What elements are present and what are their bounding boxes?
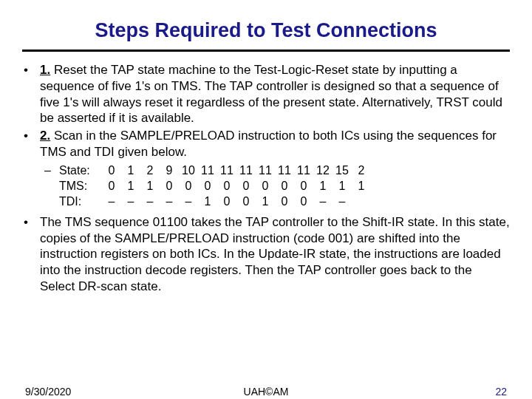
tdi-label: TDI: xyxy=(59,194,102,209)
state-cell: 11 xyxy=(275,163,294,178)
tms-cell: 0 xyxy=(179,179,198,194)
bullet-dot: • xyxy=(22,214,40,295)
slide-title: Steps Required to Test Connections xyxy=(22,15,510,50)
footer-center: UAH©AM xyxy=(0,386,532,398)
tms-cell: 1 xyxy=(352,179,371,194)
content-area: • 1. Reset the TAP state machine to the … xyxy=(22,62,510,295)
bullet-3-text: The TMS sequence 01100 takes the TAP con… xyxy=(40,214,510,295)
tms-cell: 0 xyxy=(217,179,236,194)
footer-page: 22 xyxy=(495,386,507,398)
tdi-cell: – xyxy=(332,194,352,209)
tdi-cell: 0 xyxy=(217,194,236,209)
state-cell: 2 xyxy=(140,163,160,178)
state-cell: 11 xyxy=(236,163,256,178)
tdi-cell: 1 xyxy=(198,194,217,209)
bullet-1: • 1. Reset the TAP state machine to the … xyxy=(22,62,510,126)
tms-cell: 1 xyxy=(121,179,140,194)
tdi-cell: 0 xyxy=(294,194,313,209)
tdi-cell: – xyxy=(313,194,332,209)
bullet-body: 2. Scan in the SAMPLE/PRELOAD instructio… xyxy=(40,128,510,160)
bullet-body: 1. Reset the TAP state machine to the Te… xyxy=(40,62,510,126)
tms-cell: 0 xyxy=(256,179,275,194)
bullet-dot: • xyxy=(22,62,40,126)
state-cell: 2 xyxy=(352,163,371,178)
state-label: State: xyxy=(59,163,102,178)
tdi-cell: – xyxy=(102,194,121,209)
state-cell: 11 xyxy=(294,163,313,178)
tms-cell: 0 xyxy=(294,179,313,194)
tms-cell: 0 xyxy=(102,179,121,194)
state-cell: 15 xyxy=(332,163,352,178)
tdi-cell: – xyxy=(160,194,179,209)
step-number-2: 2. xyxy=(40,129,50,143)
state-cell: 12 xyxy=(313,163,332,178)
tms-cell: 0 xyxy=(160,179,179,194)
dash-icon: – xyxy=(44,163,59,210)
state-cell: 1 xyxy=(121,163,140,178)
state-cell: 10 xyxy=(179,163,198,178)
tms-cell: 0 xyxy=(198,179,217,194)
tdi-cell: – xyxy=(121,194,140,209)
tdi-cell: 0 xyxy=(236,194,256,209)
sub-bullet-sequences: – State: 0 1 2 9 10 11 11 11 11 11 11 12… xyxy=(44,163,510,210)
tms-cell: 0 xyxy=(275,179,294,194)
state-cell: 11 xyxy=(198,163,217,178)
tdi-cell xyxy=(352,194,371,209)
sequence-table: State: 0 1 2 9 10 11 11 11 11 11 11 12 1… xyxy=(59,163,371,210)
state-cell: 11 xyxy=(217,163,236,178)
tms-cell: 1 xyxy=(332,179,352,194)
tms-cell: 0 xyxy=(236,179,256,194)
bullet-3: • The TMS sequence 01100 takes the TAP c… xyxy=(22,214,510,295)
tdi-cell: 0 xyxy=(275,194,294,209)
step-1-text: Reset the TAP state machine to the Test-… xyxy=(40,63,502,125)
bullet-dot: • xyxy=(22,128,40,160)
title-rule xyxy=(22,50,510,52)
tms-cell: 1 xyxy=(313,179,332,194)
tdi-cell: – xyxy=(179,194,198,209)
tms-cell: 1 xyxy=(140,179,160,194)
slide: Steps Required to Test Connections • 1. … xyxy=(0,0,532,399)
step-number-1: 1. xyxy=(40,63,50,77)
state-cell: 0 xyxy=(102,163,121,178)
tdi-cell: – xyxy=(140,194,160,209)
tms-label: TMS: xyxy=(59,179,102,194)
tdi-cell: 1 xyxy=(256,194,275,209)
bullet-2: • 2. Scan in the SAMPLE/PRELOAD instruct… xyxy=(22,128,510,160)
state-cell: 11 xyxy=(256,163,275,178)
state-cell: 9 xyxy=(160,163,179,178)
step-2-text: Scan in the SAMPLE/PRELOAD instruction t… xyxy=(40,129,497,159)
